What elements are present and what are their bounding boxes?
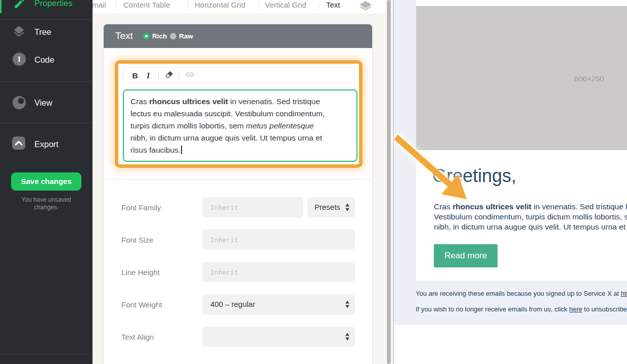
text-line: risus faucibus.: [130, 144, 350, 156]
text-segment: rhoncus ultrices velit: [149, 97, 228, 106]
font-weight-select[interactable]: 400 – regular: [202, 294, 355, 314]
text-align-label: Text Align: [121, 333, 154, 341]
sidebar-divider: [0, 354, 93, 354]
chevron-updown-icon: [345, 204, 349, 211]
text-line: nibh, in dictum urna augue quis velit. U…: [434, 222, 627, 232]
tab-separator: [319, 1, 319, 9]
text-segment: You are receiving these emails because y…: [416, 290, 621, 297]
tab-separator: [259, 1, 259, 9]
text-segment: metus pellentesque: [246, 121, 314, 130]
toolbar-divider: [158, 71, 159, 80]
sidebar-item-label: View: [34, 98, 52, 108]
eye-icon: [12, 96, 26, 112]
panel-title: Text: [115, 30, 133, 41]
font-weight-label: Font Weight: [121, 300, 162, 309]
text-line: turpis dictum mollis lobortis, sem metus…: [130, 120, 350, 132]
text-segment: risus faucibus.: [130, 146, 181, 154]
text-segment: in venenatis. Sed tristique lectus eu ma…: [531, 202, 627, 211]
text-segment: in venenatis. Sed tristique: [228, 97, 320, 106]
layers-icon: [12, 25, 26, 40]
sidebar-item-label: Export: [34, 140, 59, 149]
font-weight-select-value: 400 – regular: [210, 294, 255, 314]
footer-link[interactable]: https: [621, 290, 627, 297]
text-align-select[interactable]: [202, 327, 355, 347]
tab-vertical-grid[interactable]: Vertical Grid: [265, 0, 306, 10]
text-segment: lectus eu malesuada suscipit. Vestibulum…: [130, 109, 325, 118]
text-segment: Vestibulum condimentum, turpis dictum mo…: [434, 212, 627, 221]
active-item-indicator: [0, 0, 2, 13]
pencil-icon: [13, 0, 26, 12]
text-segment: nibh, in dictum urna augue quis velit. U…: [434, 222, 627, 231]
editor-workspace: Email Content Table Horizontal Grid Vert…: [93, 0, 386, 364]
text-line: Cras rhoncus ultrices velit in venenatis…: [434, 202, 627, 212]
presets-select-value: Presets: [315, 197, 340, 217]
chevron-updown-icon: [345, 333, 349, 341]
font-family-input[interactable]: [202, 197, 303, 217]
email-preview-pane: 600×250 Greetings, Cras rhoncus ultrices…: [394, 0, 627, 364]
line-height-label: Line Height: [121, 268, 160, 277]
editor-toolbar: B I: [123, 67, 354, 84]
text-line: lectus eu malesuada suscipit. Vestibulum…: [130, 108, 350, 120]
rich-mode-label[interactable]: Rich: [152, 32, 167, 40]
tab-horizontal-grid[interactable]: Horizontal Grid: [195, 0, 245, 10]
read-more-button[interactable]: Read more: [434, 244, 498, 267]
code-icon: I: [13, 53, 26, 66]
tab-separator: [188, 1, 189, 9]
unsaved-changes-note: You have unsaved changes.: [0, 196, 93, 211]
raw-mode-label[interactable]: Raw: [179, 32, 193, 40]
export-icon: [12, 136, 25, 150]
email-heading[interactable]: Greetings,: [432, 165, 516, 187]
panel-header: Text Rich Raw: [104, 24, 372, 48]
eraser-button[interactable]: [162, 70, 175, 81]
app-window: Email Content Table Horizontal Grid Vert…: [0, 0, 627, 364]
raw-mode-radio[interactable]: [170, 33, 176, 39]
sidebar-item-label: Tree: [34, 27, 51, 37]
footer-line-1: You are receiving these emails because y…: [416, 290, 627, 297]
bold-button[interactable]: B: [128, 71, 142, 80]
text-segment: rhoncus ultrices velit: [453, 202, 531, 211]
sidebar-divider: [0, 19, 93, 20]
link-icon: [185, 70, 195, 79]
text-segment: to unsubscribe.: [582, 305, 627, 313]
scrollbar-thumb[interactable]: [387, 0, 391, 364]
layers-stack-icon: [358, 1, 373, 14]
text-segment: If you wish to no longer receive emails …: [416, 305, 569, 313]
font-size-input[interactable]: [202, 230, 355, 250]
sidebar-item-label: Code: [34, 55, 54, 65]
text-properties-panel: Text Rich Raw B I: [104, 24, 372, 364]
sidebar-divider: [0, 123, 93, 123]
breadcrumb: Email Content Table Horizontal Grid Vert…: [93, 0, 386, 13]
text-segment: Cras: [130, 97, 149, 106]
chevron-updown-icon: [345, 301, 349, 308]
image-size-label: 600×250: [564, 74, 614, 83]
line-height-input[interactable]: [202, 262, 355, 282]
tab-text[interactable]: Text: [326, 0, 340, 10]
rich-mode-radio[interactable]: [143, 33, 150, 39]
eraser-icon: [165, 70, 173, 79]
text-line: Vestibulum condimentum, turpis dictum mo…: [434, 212, 627, 222]
section-divider: [104, 179, 372, 180]
text-segment: turpis dictum mollis lobortis, sem: [130, 121, 246, 130]
footer-link[interactable]: here: [569, 305, 582, 313]
tab-content-table[interactable]: Content Table: [123, 0, 170, 10]
font-family-label: Font Family: [121, 203, 161, 212]
text-segment: nibh, in dictum urna augue quis velit. U…: [130, 133, 322, 142]
link-button[interactable]: [183, 70, 196, 81]
text-segment: Cras: [434, 202, 453, 211]
email-paragraph[interactable]: Cras rhoncus ultrices velit in venenatis…: [434, 202, 627, 232]
sidebar: Properties Tree I Code View: [0, 0, 93, 364]
rich-text-editor[interactable]: Cras rhoncus ultrices velit in venenatis…: [123, 89, 357, 162]
font-size-label: Font Size: [121, 236, 153, 244]
footer-line-2: If you wish to no longer receive emails …: [416, 305, 627, 313]
presets-select[interactable]: Presets: [307, 197, 355, 217]
tab-separator: [116, 1, 116, 9]
text-line: nibh, in dictum urna augue quis velit. U…: [130, 132, 350, 144]
save-changes-button[interactable]: Save changes: [11, 172, 81, 191]
sidebar-divider: [0, 81, 93, 82]
text-line: Cras rhoncus ultrices velit in venenatis…: [130, 96, 350, 108]
text-segment: [181, 146, 182, 154]
toolbar-divider: [179, 71, 180, 80]
sidebar-item-label: Properties: [34, 0, 72, 8]
italic-button[interactable]: I: [142, 71, 155, 80]
